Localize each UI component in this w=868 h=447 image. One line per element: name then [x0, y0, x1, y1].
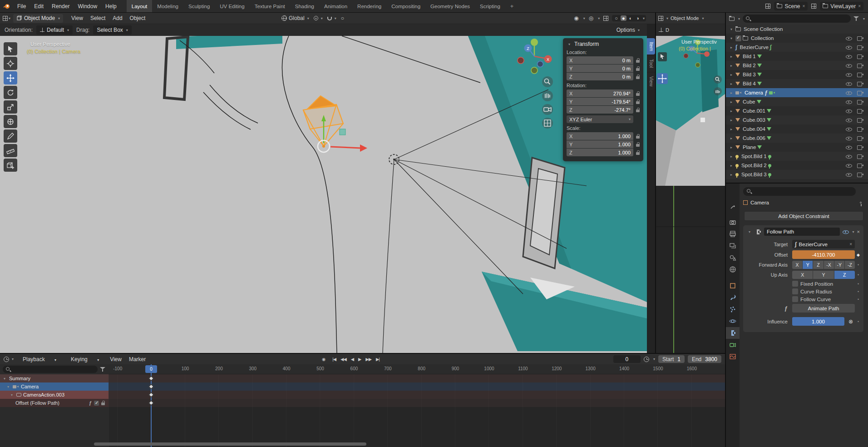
drag-select[interactable]: Select Box▾	[93, 25, 131, 35]
channel-action[interactable]: ▾CameraAction.003	[0, 391, 108, 399]
rotation-mode-dropdown[interactable]: XYZ Euler▾	[567, 115, 633, 123]
menu-marker[interactable]: Marker	[125, 356, 149, 363]
channel-mute-checkbox[interactable]	[94, 401, 99, 406]
add-object-constraint-button[interactable]: Add Object Constraint	[744, 211, 863, 221]
sidebar-tab-view[interactable]: View	[647, 73, 655, 90]
menu-view[interactable]: View	[106, 356, 125, 363]
pan-hand-button[interactable]	[542, 90, 553, 101]
pivot-dropdown[interactable]: ▾	[314, 16, 323, 20]
curve-radius-checkbox[interactable]	[792, 288, 798, 294]
forward-axis-z[interactable]: Z	[813, 261, 823, 269]
clear-influence-icon[interactable]: ⊗	[847, 318, 855, 326]
lock-icon[interactable]	[636, 144, 640, 147]
zoom-button[interactable]	[714, 75, 722, 84]
disable-render-icon[interactable]	[857, 154, 863, 159]
outliner-row-scene-collection[interactable]: ▾Scene Collection	[726, 25, 868, 34]
properties-search-input[interactable]	[743, 187, 856, 196]
tab-scene[interactable]	[726, 252, 740, 263]
tab-texture[interactable]	[726, 351, 740, 363]
disable-render-icon[interactable]	[857, 54, 863, 59]
disable-render-icon[interactable]	[857, 63, 863, 68]
hide-viewport-icon[interactable]	[846, 90, 852, 95]
show-overlays-toggle[interactable]: ◎	[589, 15, 593, 21]
outliner-row[interactable]: ▸Bild 4	[726, 79, 868, 88]
outliner-row[interactable]: ▸∫BezierCurve∫	[726, 43, 868, 52]
menu-edit[interactable]: Edit	[30, 2, 47, 10]
timeline-ruler[interactable]: -100010020030040050060070080090010001100…	[108, 364, 725, 374]
outliner-row[interactable]: ▸Bild 3	[726, 70, 868, 79]
disable-render-icon[interactable]	[857, 81, 863, 86]
outliner-row[interactable]: ▸Cube.001	[726, 106, 868, 115]
disable-render-icon[interactable]	[857, 109, 863, 113]
end-frame-field[interactable]: End3800	[688, 355, 721, 363]
workspace-tab-texture-paint[interactable]: Texture Paint	[250, 0, 290, 12]
disable-render-icon[interactable]	[857, 72, 863, 77]
up-axis-y[interactable]: Y	[813, 271, 833, 279]
collection-checkbox[interactable]	[735, 35, 741, 41]
pan-hand-button[interactable]	[714, 87, 722, 95]
lock-icon[interactable]	[636, 60, 640, 63]
disable-render-icon[interactable]	[857, 36, 863, 40]
disable-render-icon[interactable]	[857, 127, 863, 131]
editor-type-icon[interactable]	[3, 16, 8, 21]
nav-axis-y-positive[interactable]	[531, 39, 538, 46]
tab-render[interactable]	[726, 216, 740, 228]
scale-z-field[interactable]: Z1.000	[567, 149, 633, 156]
editor-type-icon[interactable]	[4, 357, 9, 362]
workspace-tab-animation[interactable]: Animation	[319, 0, 352, 12]
timeline-horizontal-scrollbar[interactable]	[94, 442, 366, 446]
tab-tool[interactable]	[726, 200, 740, 212]
animate-path-button[interactable]: Animate Path	[792, 304, 855, 313]
hide-viewport-icon[interactable]	[846, 36, 852, 41]
location-z-field[interactable]: Z0 m	[567, 73, 633, 80]
workspace-tab-uv-editing[interactable]: UV Editing	[215, 0, 249, 12]
influence-slider[interactable]: 1.000	[792, 317, 844, 326]
constraint-enable-icon[interactable]	[843, 229, 849, 234]
tab-physics[interactable]	[726, 315, 740, 327]
lock-icon[interactable]	[636, 101, 640, 104]
lock-icon[interactable]	[636, 136, 640, 139]
hide-viewport-icon[interactable]	[846, 163, 852, 168]
camera-view-button[interactable]	[542, 104, 553, 115]
rotation-z-field[interactable]: Z-274.7°	[567, 106, 633, 114]
menu-select[interactable]: Select	[87, 15, 109, 21]
scene-browse-icon[interactable]	[765, 4, 770, 9]
constraint-close-icon[interactable]: ×	[857, 229, 860, 234]
workspace-tab-layout[interactable]: Layout	[127, 0, 153, 12]
hide-viewport-icon[interactable]	[846, 81, 852, 86]
forward-axis-neg-y[interactable]: -Y	[834, 261, 844, 269]
panel-collapse-icon[interactable]: ▾	[747, 230, 752, 234]
hide-viewport-icon[interactable]	[846, 99, 852, 104]
outliner-row[interactable]: ▸Bild 2	[726, 61, 868, 70]
orientation-select[interactable]: Default▾	[36, 25, 73, 35]
viewlayer-selector[interactable]: ViewLayer ×	[820, 2, 863, 10]
up-axis-z[interactable]: Z	[834, 271, 855, 279]
forward-axis-neg-z[interactable]: -Z	[845, 261, 855, 269]
follow-curve-checkbox[interactable]	[792, 296, 798, 302]
tab-view-layer[interactable]	[726, 240, 740, 252]
shading-dropdown-icon[interactable]: ▾	[643, 16, 645, 20]
workspace-tab-shading[interactable]: Shading	[290, 0, 319, 12]
gizmo-plane-handle[interactable]	[340, 129, 345, 135]
editor-type-icon[interactable]	[658, 16, 663, 21]
disable-render-icon[interactable]	[857, 172, 863, 177]
fixed-position-checkbox[interactable]	[792, 281, 798, 287]
blender-logo-icon[interactable]	[0, 3, 14, 10]
tool-annotate[interactable]	[4, 129, 17, 143]
current-frame-indicator[interactable]: 0	[145, 365, 157, 373]
keyframe-diamond-icon[interactable]: ◆	[855, 253, 862, 257]
add-workspace-button[interactable]: +	[505, 0, 519, 12]
channel-offset[interactable]: Offset (Follow Path) ƒ	[0, 399, 108, 407]
hide-viewport-icon[interactable]	[846, 45, 852, 50]
menu-keying[interactable]: Keying ▾	[64, 356, 106, 363]
jump-prev-keyframe-button[interactable]: ◀◀	[339, 357, 348, 362]
xray-toggle[interactable]	[603, 16, 608, 21]
nav-axis-z-negative[interactable]	[538, 61, 543, 67]
outliner-row[interactable]: ▸Cube.006	[726, 134, 868, 143]
tool-add-cube[interactable]	[4, 159, 17, 172]
orientation-truncated[interactable]: D	[666, 27, 669, 33]
tab-output[interactable]	[726, 228, 740, 240]
keying-set-icon[interactable]	[644, 357, 649, 362]
location-y-field[interactable]: Y0 m	[567, 65, 633, 72]
disable-render-icon[interactable]	[857, 163, 863, 168]
